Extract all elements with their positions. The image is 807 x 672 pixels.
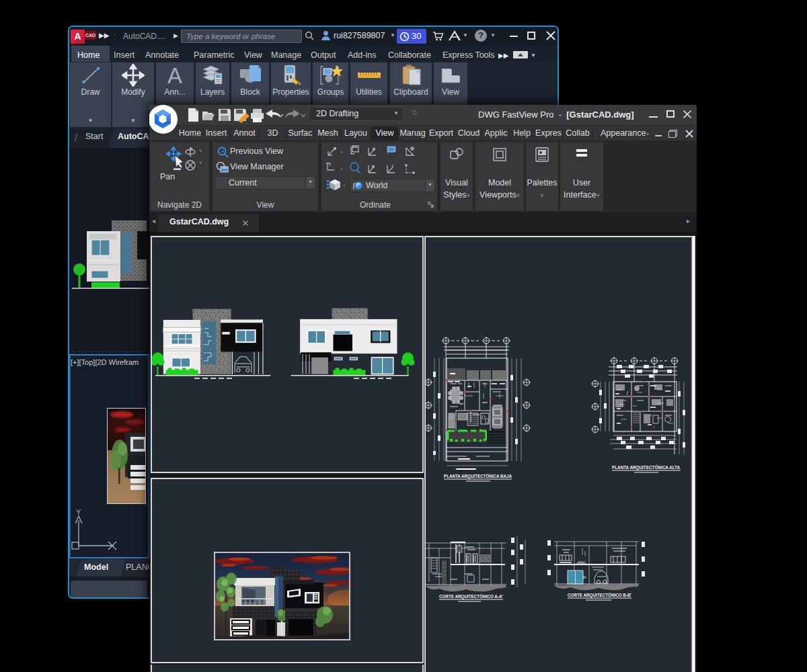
svg-text:CORTE ARQUITECTÓNICO A-A': CORTE ARQUITECTÓNICO A-A' (439, 593, 503, 599)
svg-text:x̂: x̂ (329, 162, 332, 167)
svg-text:[+][Top][2D Wirefram: [+][Top][2D Wirefram (71, 358, 139, 366)
svg-text:˅: ˅ (343, 183, 346, 188)
svg-text:z: z (391, 163, 394, 168)
svg-text:Y: Y (76, 508, 81, 516)
svg-text:PLANTA ARQUITECTÓNICA ALTA: PLANTA ARQUITECTÓNICA ALTA (612, 464, 680, 470)
svg-text:˅: ˅ (340, 167, 343, 172)
svg-text:PLANTA ARQUITECTÓNICA BAJA: PLANTA ARQUITECTÓNICA BAJA (444, 473, 512, 479)
svg-text:˅: ˅ (340, 150, 343, 155)
svg-text:CORTE ARQUITECTÓNICO B-B': CORTE ARQUITECTÓNICO B-B' (568, 592, 631, 598)
